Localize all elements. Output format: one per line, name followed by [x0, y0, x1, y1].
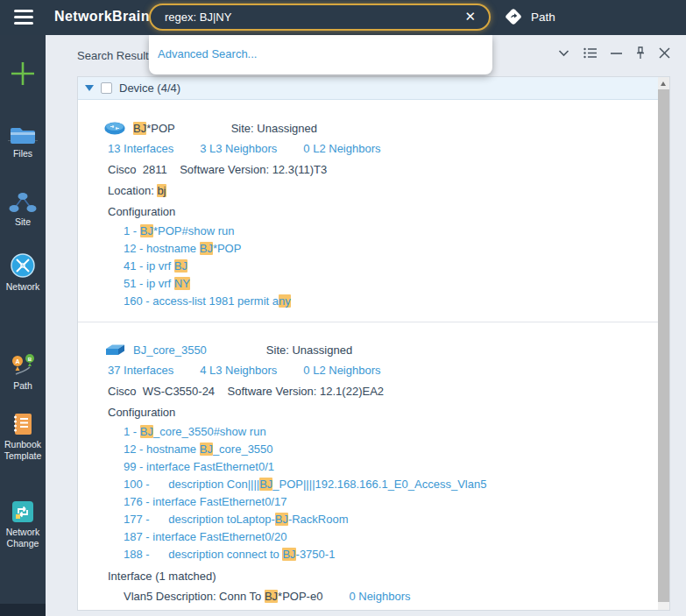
router-icon — [104, 122, 125, 135]
path-diamond-icon — [504, 7, 523, 26]
sidebar-item-runbook-template[interactable]: Runbook Template — [0, 412, 46, 462]
configuration-label: Configuration — [108, 406, 659, 421]
sidebar-plus-button[interactable] — [0, 60, 46, 88]
svg-text:B: B — [28, 357, 32, 362]
config-line[interactable]: 1 - BJ_core_3550#show run — [124, 423, 659, 441]
sidebar-item-path[interactable]: A B Path — [0, 353, 46, 392]
device-site: Site: Unassigned — [231, 122, 317, 135]
sidebar-item-label: Runbook Template — [0, 439, 46, 462]
site-tree-icon — [0, 191, 46, 214]
scroll-up-button[interactable] — [658, 77, 669, 89]
l2-neighbors-link[interactable]: 0 L2 Neighbors — [303, 142, 380, 157]
sidebar-item-network[interactable]: Network — [0, 252, 46, 293]
device-name[interactable]: BJ*POP — [133, 122, 175, 135]
plus-icon — [0, 60, 46, 88]
device-group-checkbox[interactable] — [101, 82, 112, 94]
config-line[interactable]: 12 - hostname BJ*POP — [124, 240, 659, 258]
l3-neighbors-link[interactable]: 4 L3 Neighbors — [200, 364, 277, 379]
svg-text:A: A — [15, 358, 19, 365]
device-group-row: Device (4/4) — [78, 77, 669, 100]
topbar: NetworkBrain regex: BJ|NY ✕ Path — [0, 0, 686, 35]
scrollbar[interactable] — [658, 77, 669, 610]
sidebar-bottom-strip — [0, 604, 46, 616]
config-line[interactable]: 188 - description connect to BJ-3750-1 — [124, 546, 659, 563]
main-area: Search Results(9) — [46, 35, 686, 616]
vlan-description: Vlan5 Description: Conn To BJ*POP-e0 — [124, 590, 322, 605]
search-results-card: Device (4/4) BJ*POP Site: Unassigned — [77, 76, 670, 611]
switch-icon — [104, 343, 125, 357]
sidebar-item-files[interactable]: Files — [0, 124, 46, 159]
path-button[interactable]: Path — [504, 7, 555, 26]
sidebar-item-label: Network Change — [0, 527, 46, 549]
brand-logo: NetworkBrain — [54, 9, 150, 25]
interfaces-link[interactable]: 13 Interfaces — [108, 142, 173, 157]
device-name[interactable]: BJ_core_3550 — [133, 343, 207, 357]
device-model-line: Cisco 2811 Software Version: 12.3(11)T3 — [108, 163, 659, 178]
interface-matched-label: Interface (1 matched) — [108, 570, 659, 584]
l2-neighbors-link[interactable]: 0 L2 Neighbors — [303, 364, 380, 379]
interfaces-link[interactable]: 37 Interfaces — [108, 364, 173, 379]
chevron-down-icon[interactable] — [558, 49, 569, 57]
config-line[interactable]: 187 - interface FastEthernet0/20 — [124, 528, 659, 546]
collapse-arrow-icon[interactable] — [85, 85, 94, 91]
sidebar-item-label: Files — [0, 148, 46, 159]
l3-neighbors-link[interactable]: 3 L3 Neighbors — [200, 142, 277, 157]
sidebar-item-site[interactable]: Site — [0, 191, 46, 228]
minimize-icon[interactable] — [611, 52, 622, 55]
config-line[interactable]: 160 - access-list 1981 permit any — [124, 293, 659, 310]
path-pins-icon: A B — [0, 353, 46, 378]
config-line[interactable]: 100 - description Con||||BJ_POP||||192.1… — [124, 476, 659, 493]
sidebar-item-label: Site — [0, 216, 46, 228]
list-view-icon[interactable] — [583, 47, 597, 59]
device-result-bj-core-3550: BJ_core_3550 Site: Unassigned 37 Interfa… — [78, 342, 659, 605]
advanced-search-link[interactable]: Advanced Search... — [158, 47, 257, 60]
result-divider — [78, 322, 659, 322]
device-model-line: Cisco WS-C3550-24 Software Version: 12.1… — [108, 385, 659, 400]
config-line[interactable]: 51 - ip vrf NY — [124, 275, 659, 293]
config-line[interactable]: 99 - interface FastEthernet0/1 — [124, 458, 659, 476]
config-line[interactable]: 1 - BJ*POP#show run — [124, 223, 659, 240]
search-dropdown: Advanced Search... — [149, 35, 492, 74]
config-line[interactable]: 41 - ip vrf BJ — [124, 258, 659, 275]
sidebar-item-label: Path — [0, 380, 46, 392]
pin-icon[interactable] — [636, 46, 645, 60]
search-query-text: regex: BJ|NY — [165, 11, 231, 24]
network-change-icon — [0, 499, 46, 524]
config-line[interactable]: 177 - description toLaptop-BJ-RackRoom — [124, 511, 659, 528]
neighbors-link[interactable]: 0 Neighbors — [349, 590, 410, 605]
device-result-bj-pop: BJ*POP Site: Unassigned 13 Interfaces 3 … — [78, 120, 659, 310]
config-line[interactable]: 12 - hostname BJ_core_3550 — [124, 441, 659, 458]
scrollbar-thumb[interactable] — [658, 89, 669, 602]
runbook-icon — [0, 412, 46, 436]
close-icon[interactable] — [659, 47, 670, 59]
sidebar-item-network-change[interactable]: Network Change — [0, 499, 46, 549]
device-location: Location: bj — [108, 184, 659, 199]
path-button-label: Path — [531, 11, 555, 24]
device-site: Site: Unassigned — [266, 343, 352, 357]
config-line[interactable]: 176 - interface FastEthernet0/17 — [124, 493, 659, 511]
device-group-label: Device (4/4) — [119, 81, 180, 95]
configuration-label: Configuration — [108, 205, 659, 220]
sidebar: Files Site Network — [0, 35, 46, 616]
global-search-input[interactable]: regex: BJ|NY ✕ — [149, 4, 491, 31]
menu-icon[interactable] — [14, 10, 33, 25]
clear-search-icon[interactable]: ✕ — [464, 9, 476, 25]
sidebar-item-label: Network — [0, 281, 46, 293]
files-folder-icon — [0, 124, 46, 145]
network-router-icon — [0, 252, 46, 279]
